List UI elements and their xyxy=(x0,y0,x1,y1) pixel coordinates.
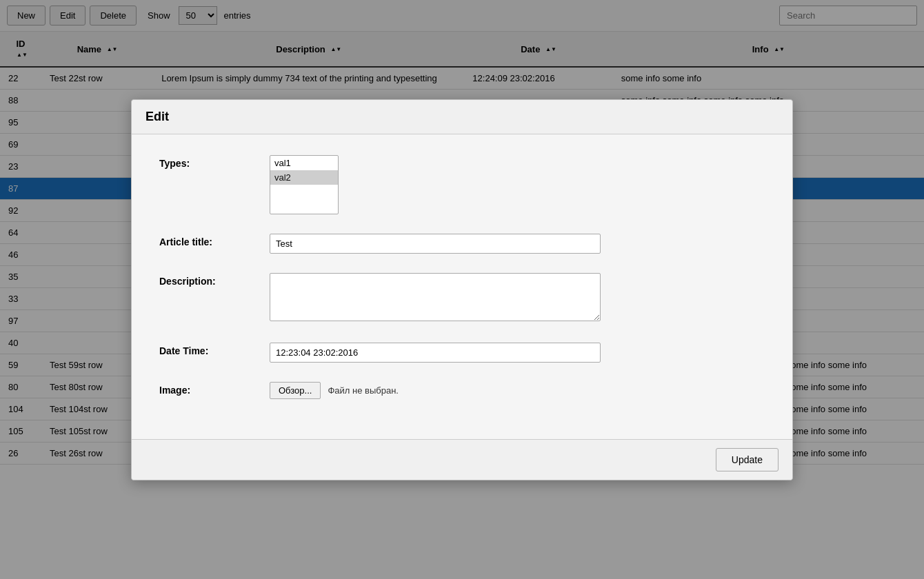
image-control: Обзор... Файл не выбран. xyxy=(270,382,601,399)
types-control: val1val2 xyxy=(270,155,601,214)
description-textarea[interactable] xyxy=(270,273,601,321)
modal-body: Types: val1val2 Article title: Descripti… xyxy=(132,134,792,439)
modal-title: Edit xyxy=(145,110,169,123)
datetime-label: Date Time: xyxy=(159,343,270,356)
modal-header: Edit xyxy=(132,100,792,134)
types-label: Types: xyxy=(159,155,270,169)
description-control xyxy=(270,273,601,323)
edit-modal: Edit Types: val1val2 Article title: Des xyxy=(131,99,793,480)
browse-button[interactable]: Обзор... xyxy=(270,382,321,399)
form-row-image: Image: Обзор... Файл не выбран. xyxy=(159,382,765,399)
update-button[interactable]: Update xyxy=(716,448,779,471)
file-input-wrapper: Обзор... Файл не выбран. xyxy=(270,382,601,399)
modal-footer: Update xyxy=(132,439,792,480)
article-title-label: Article title: xyxy=(159,234,270,247)
form-row-datetime: Date Time: xyxy=(159,343,765,363)
image-label: Image: xyxy=(159,382,270,396)
form-row-article-title: Article title: xyxy=(159,234,765,254)
datetime-input[interactable] xyxy=(270,343,601,363)
article-title-control xyxy=(270,234,601,254)
datetime-control xyxy=(270,343,601,363)
form-row-types: Types: val1val2 xyxy=(159,155,765,214)
form-row-description: Description: xyxy=(159,273,765,323)
modal-overlay: Edit Types: val1val2 Article title: Des xyxy=(0,0,924,579)
types-select[interactable]: val1val2 xyxy=(270,155,339,214)
article-title-input[interactable] xyxy=(270,234,601,254)
file-no-chosen-label: Файл не выбран. xyxy=(328,385,399,396)
description-label: Description: xyxy=(159,273,270,287)
